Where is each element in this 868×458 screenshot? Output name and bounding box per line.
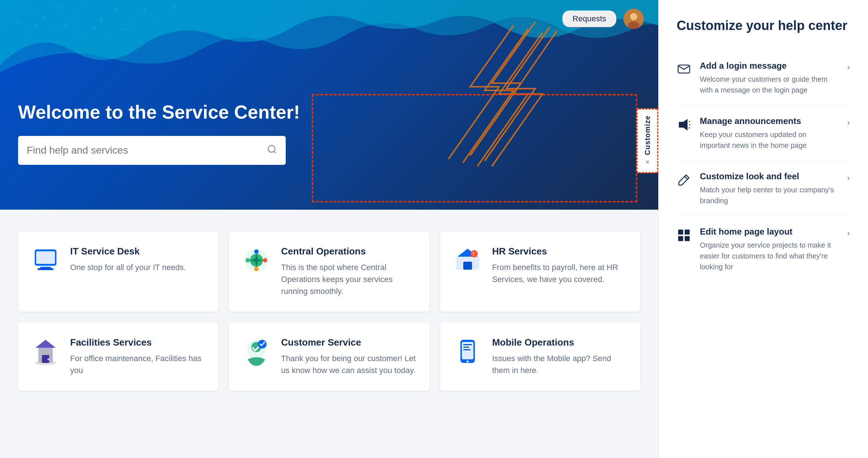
card-text: Customer Service Thank you for being our…	[281, 337, 416, 376]
mobile-ops-icon	[453, 337, 482, 366]
list-item[interactable]: Facilities Services For office maintenan…	[18, 322, 218, 391]
arrow-icon: ›	[847, 62, 850, 72]
panel-title: Customize your help center	[677, 18, 850, 33]
svg-point-44	[47, 358, 50, 360]
card-description: This is the spot where Central Operation…	[281, 261, 416, 297]
svg-point-32	[263, 258, 267, 262]
svg-point-34	[246, 258, 250, 262]
panel-item-title: Add a login message	[700, 61, 838, 71]
customer-service-icon	[242, 337, 271, 366]
svg-line-59	[685, 176, 688, 179]
card-text: HR Services From benefits to payroll, he…	[492, 246, 627, 285]
panel-item-home-layout[interactable]: Edit home page layout Organize your serv…	[677, 217, 850, 282]
panel-item-description: Welcome your customers or guide them wit…	[700, 74, 838, 95]
svg-rect-27	[38, 268, 54, 270]
svg-rect-60	[678, 230, 683, 235]
card-description: Thank you for being our customer! Let us…	[281, 352, 416, 376]
hero-title: Welcome to the Service Center!	[18, 101, 640, 123]
arrow-icon: ›	[847, 228, 850, 238]
card-text: IT Service Desk One stop for all of your…	[70, 246, 186, 273]
facilities-icon	[31, 337, 60, 366]
panel-item-description: Match your help center to your company's…	[700, 184, 838, 206]
list-item[interactable]: Customer Service Thank you for being our…	[229, 322, 429, 391]
svg-line-58	[689, 128, 690, 128]
svg-rect-63	[685, 236, 690, 241]
card-text: Mobile Operations Issues with the Mobile…	[492, 337, 627, 376]
announcements-icon	[677, 117, 691, 132]
svg-point-33	[254, 267, 259, 271]
arrow-icon: ›	[847, 117, 850, 128]
panel-item-announcements[interactable]: Manage announcements Keep your customers…	[677, 106, 850, 161]
svg-rect-52	[463, 347, 469, 348]
card-description: One stop for all of your IT needs.	[70, 261, 186, 273]
cards-grid: IT Service Desk One stop for all of your…	[18, 231, 640, 391]
svg-marker-42	[35, 340, 56, 348]
list-item[interactable]: Central Operations This is the spot wher…	[229, 231, 429, 312]
svg-line-56	[689, 121, 690, 122]
central-ops-icon	[242, 246, 271, 275]
panel-item-body: Add a login message Welcome your custome…	[700, 61, 838, 95]
svg-rect-62	[678, 236, 683, 241]
card-title: IT Service Desk	[70, 246, 186, 257]
panel-item-title: Manage announcements	[700, 116, 838, 126]
card-description: From benefits to payroll, here at HR Ser…	[492, 261, 627, 285]
svg-point-23	[268, 145, 275, 152]
arrow-icon: ›	[847, 173, 850, 183]
card-text: Facilities Services For office maintenan…	[70, 337, 205, 376]
svg-point-31	[254, 249, 259, 254]
card-text: Central Operations This is the spot wher…	[281, 246, 416, 297]
list-item[interactable]: Mobile Operations Issues with the Mobile…	[440, 322, 640, 391]
search-icon	[267, 144, 277, 157]
svg-rect-37	[463, 262, 472, 270]
svg-point-22	[628, 22, 639, 29]
customize-tab-label: Customize	[643, 115, 652, 155]
panel-item-body: Customize look and feel Match your help …	[700, 171, 838, 206]
home-layout-icon	[677, 228, 691, 243]
card-description: Issues with the Mobile app? Send them in…	[492, 352, 627, 376]
customize-tab[interactable]: Customize ×	[637, 108, 658, 173]
card-title: Central Operations	[281, 246, 416, 257]
look-feel-icon	[677, 173, 691, 187]
svg-point-21	[630, 13, 637, 20]
cards-section: IT Service Desk One stop for all of your…	[0, 210, 658, 458]
panel-item-body: Edit home page layout Organize your serv…	[700, 227, 838, 272]
login-message-icon	[677, 62, 691, 77]
svg-rect-28	[36, 251, 55, 264]
panel-item-title: Edit home page layout	[700, 227, 838, 237]
svg-rect-53	[463, 349, 471, 350]
card-description: For office maintenance, Facilities has y…	[70, 352, 205, 376]
requests-button[interactable]: Requests	[562, 10, 616, 27]
svg-text:!: !	[473, 251, 475, 257]
hero-content: Welcome to the Service Center!	[0, 0, 658, 165]
list-item[interactable]: ! HR Services From benefits to payroll, …	[440, 231, 640, 312]
nav-bar: Requests	[562, 9, 644, 29]
panel-item-body: Manage announcements Keep your customers…	[700, 116, 838, 151]
card-title: HR Services	[492, 246, 627, 257]
hr-services-icon: !	[453, 246, 482, 275]
list-item[interactable]: IT Service Desk One stop for all of your…	[18, 231, 218, 312]
search-input[interactable]	[27, 145, 267, 156]
svg-rect-51	[463, 344, 472, 345]
svg-point-50	[467, 360, 469, 363]
panel-item-title: Customize look and feel	[700, 171, 838, 181]
svg-line-24	[274, 151, 276, 153]
card-title: Facilities Services	[70, 337, 205, 348]
svg-rect-61	[685, 230, 690, 235]
right-panel: Customize your help center Add a login m…	[658, 0, 868, 458]
panel-item-description: Keep your customers updated on important…	[700, 129, 838, 151]
avatar[interactable]	[624, 9, 644, 29]
svg-marker-55	[679, 119, 688, 130]
hero-section: Requests Welcome to the Service Center!	[0, 0, 658, 210]
it-desk-icon	[31, 246, 60, 275]
panel-item-description: Organize your service projects to make i…	[700, 240, 838, 272]
panel-item-look-feel[interactable]: Customize look and feel Match your help …	[677, 161, 850, 217]
card-title: Customer Service	[281, 337, 416, 348]
search-bar	[18, 136, 286, 165]
close-icon[interactable]: ×	[645, 158, 650, 166]
panel-item-login-message[interactable]: Add a login message Welcome your custome…	[677, 51, 850, 106]
card-title: Mobile Operations	[492, 337, 627, 348]
main-content: Requests Welcome to the Service Center!	[0, 0, 658, 458]
